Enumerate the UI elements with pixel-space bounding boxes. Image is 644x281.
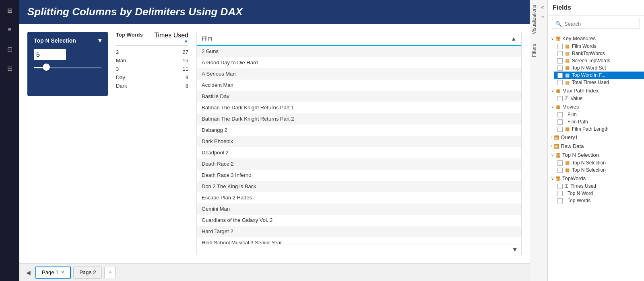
vert-tabs: Visualizations Filters <box>530 0 538 281</box>
filters-tab[interactable]: Filters <box>530 39 538 62</box>
tree-group: ∨ ▦ Movies Film Film Path ▦ Film Path Le… <box>548 102 644 133</box>
film-list-header: Film ▲ <box>197 32 521 46</box>
top-n-input[interactable]: 5 <box>34 49 66 60</box>
tree-group-header[interactable]: ∨ ▦ Top N Selection <box>548 150 644 159</box>
tree-checkbox[interactable] <box>557 198 563 203</box>
list-item[interactable]: Dabangg 2 <box>197 125 521 136</box>
tree-checkbox[interactable] <box>557 96 563 101</box>
tree-checkbox[interactable] <box>557 191 563 196</box>
group-table-icon: ▦ <box>555 87 561 94</box>
tree-checkbox[interactable] <box>557 58 563 64</box>
list-item[interactable]: A Serious Man <box>197 68 521 80</box>
list-item[interactable]: Batman The Dark Knight Returns Part 2 <box>197 113 521 125</box>
fields-header: Fields <box>548 0 644 16</box>
list-item[interactable]: Hard Target 2 <box>197 226 521 237</box>
scroll-up-icon[interactable]: ▲ <box>511 35 516 42</box>
tree-item[interactable]: Σ Times Used <box>554 183 644 190</box>
list-item[interactable]: Death Race 2 <box>197 158 521 170</box>
sidebar-icon-model[interactable]: ⊡ <box>3 43 16 55</box>
scroll-down-icon[interactable]: ▼ <box>512 246 518 253</box>
list-item[interactable]: Death Race 3 Inferno <box>197 170 521 181</box>
item-label: Value <box>570 96 582 101</box>
list-item[interactable]: Batman The Dark Knight Returns Part 1 <box>197 102 521 113</box>
tree-checkbox[interactable] <box>557 66 563 71</box>
tree-checkbox[interactable] <box>557 168 563 173</box>
tree-item[interactable]: Film <box>554 111 644 118</box>
page2-label: Page 2 <box>79 269 96 275</box>
tree-item[interactable]: ▦ Film Path Length <box>554 125 644 133</box>
table-icon: ▦ <box>565 167 570 173</box>
close-page1-icon[interactable]: ✕ <box>61 270 64 275</box>
tree-checkbox[interactable] <box>557 73 563 78</box>
list-item[interactable]: Guardians of the Galaxy Vol. 2 <box>197 215 521 226</box>
film-list-scroll[interactable]: 2 GunsA Good Day to Die HardA Serious Ma… <box>197 46 521 244</box>
tree-group-header[interactable]: ∨ ▦ Max Path Index <box>548 86 644 95</box>
tree-group-header[interactable]: ∨ ▦ Movies <box>548 102 644 111</box>
tree-item[interactable]: ▦ Top N Selection <box>554 159 644 166</box>
item-label: Film Path <box>568 119 588 125</box>
tree-group-header[interactable]: ∨ ▦ TopWords <box>548 174 644 183</box>
film-items: 2 GunsA Good Day to Die HardA Serious Ma… <box>197 46 521 244</box>
tree-checkbox[interactable] <box>557 184 563 189</box>
tree-checkbox[interactable] <box>557 127 563 132</box>
tree-group: › ▦ Query1 <box>548 133 644 142</box>
list-item[interactable]: Escape Plan 2 Hades <box>197 192 521 203</box>
collapse-arrows: « « <box>538 0 547 281</box>
item-label: Film Words <box>572 43 596 49</box>
table-icon: ▦ <box>565 80 570 85</box>
tree-item[interactable]: Film Path <box>554 118 644 125</box>
visualizations-tab[interactable]: Visualizations <box>530 0 538 39</box>
tree-item[interactable]: ▦ Screen TopWords <box>554 57 644 64</box>
top-n-widget: Top N Selection ▾ 5 <box>27 32 108 96</box>
tree-checkbox[interactable] <box>557 160 563 166</box>
tree-group-header[interactable]: › ▦ Raw Data <box>548 142 644 150</box>
tree-item[interactable]: Top N Word <box>554 190 644 197</box>
list-item[interactable]: High School Musical 3 Senior Year <box>197 237 521 244</box>
table-icon: ▦ <box>565 58 570 64</box>
tree-item[interactable]: ▦ Top N Selection <box>554 166 644 174</box>
fields-tree: ∨ ▦ Key Measures ▦ Film Words ▦ RankTopW… <box>548 32 644 281</box>
main-area: Splitting Columns by Delimiters Using DA… <box>19 0 530 281</box>
group-label: Raw Data <box>561 143 584 149</box>
col-word-header: Top Words <box>116 32 154 44</box>
collapse-btn-1[interactable]: « <box>539 3 547 11</box>
tree-checkbox[interactable] <box>557 80 563 85</box>
tree-item[interactable]: Top Words <box>554 197 644 204</box>
page-tab-2[interactable]: Page 2 <box>73 267 102 279</box>
tree-item[interactable]: Σ Value <box>554 95 644 102</box>
collapse-btn-2[interactable]: « <box>539 13 547 21</box>
tree-group-header[interactable]: ∨ ▦ Key Measures <box>548 34 644 43</box>
list-item[interactable]: Accident Man <box>197 80 521 91</box>
group-table-icon: ▦ <box>555 175 561 181</box>
nav-prev-btn[interactable]: ◀ <box>23 268 33 277</box>
slider-thumb[interactable] <box>43 64 50 71</box>
tree-item[interactable]: ▦ Top N Word Set <box>554 64 644 72</box>
tree-item[interactable]: ▦ Top Word in F... <box>554 72 644 79</box>
tree-item[interactable]: ▦ Film Words <box>554 43 644 50</box>
group-label: Query1 <box>561 134 578 140</box>
list-item[interactable]: A Good Day to Die Hard <box>197 57 521 68</box>
tree-item[interactable]: ▦ Total Times Used <box>554 79 644 86</box>
table-icon: ▦ <box>565 43 570 49</box>
tree-checkbox[interactable] <box>557 44 563 49</box>
tree-checkbox[interactable] <box>557 51 563 56</box>
tree-checkbox[interactable] <box>557 112 563 117</box>
list-item[interactable]: Don 2 The King is Back <box>197 181 521 192</box>
sidebar-icon-dax[interactable]: ⊟ <box>3 62 16 75</box>
list-item[interactable]: Deadpool 2 <box>197 147 521 158</box>
list-item[interactable]: Bastille Day <box>197 91 521 102</box>
group-table-icon: ▦ <box>555 35 561 41</box>
sidebar-icon-data[interactable]: ≡ <box>3 23 16 36</box>
list-item[interactable]: 2 Guns <box>197 46 521 57</box>
search-input[interactable] <box>564 21 636 27</box>
page-tab-1[interactable]: Page 1 ✕ <box>35 267 71 279</box>
list-item[interactable]: Gemini Man <box>197 203 521 215</box>
add-page-btn[interactable]: + <box>104 267 116 278</box>
tree-checkbox[interactable] <box>557 119 563 125</box>
table-header: Top Words Times Used ▼ <box>116 32 188 46</box>
tree-item[interactable]: ▦ RankTopWords <box>554 50 644 57</box>
tree-group-header[interactable]: › ▦ Query1 <box>548 133 644 142</box>
list-item[interactable]: Dark Phoenix <box>197 136 521 147</box>
bottom-bar: ◀ Page 1 ✕ Page 2 + <box>19 263 530 281</box>
sidebar-icon-home[interactable]: ⊞ <box>3 4 16 17</box>
